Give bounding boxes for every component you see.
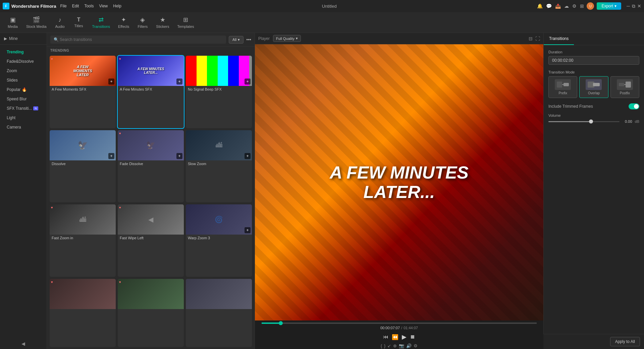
- step-back-icon[interactable]: ⏪: [392, 334, 398, 340]
- snapshot-icon[interactable]: 📷: [399, 343, 404, 348]
- transition-name: A Few Moments SFX: [50, 86, 116, 93]
- nav-speed-blur[interactable]: Speed Blur: [1, 94, 45, 104]
- volume-slider[interactable]: [548, 121, 620, 122]
- transition-card-misc3[interactable]: [186, 279, 252, 347]
- transition-card-nosignal[interactable]: + No Signal Beep SFX: [186, 56, 252, 128]
- nav-slides[interactable]: Slides: [1, 76, 45, 85]
- transition-card-fast-zoom[interactable]: ♥ 🏙 Fast Zoom in: [50, 204, 116, 277]
- favorite-icon: ♥: [119, 206, 121, 209]
- share-icon[interactable]: 📤: [555, 3, 561, 9]
- transition-name: [186, 309, 252, 312]
- tool-stickers[interactable]: ★ Stickers: [153, 15, 172, 30]
- minimize-button[interactable]: ─: [627, 3, 630, 9]
- transition-card-afew2[interactable]: ♥ A FEW MINUTESLATER... + A Few Minutes …: [118, 56, 184, 128]
- notification-icon[interactable]: 🔔: [537, 3, 543, 9]
- avatar[interactable]: U: [587, 2, 594, 10]
- apply-all-button[interactable]: Apply to All: [610, 337, 640, 346]
- settings-extra-icon[interactable]: ⚙: [414, 343, 418, 348]
- quality-button[interactable]: Full Quality ▾: [273, 35, 301, 42]
- menu-edit[interactable]: Edit: [72, 4, 79, 8]
- nav-popular[interactable]: Popular 🔥: [1, 85, 45, 94]
- player-progress-fill: [262, 322, 281, 324]
- grid-icon[interactable]: ⊞: [580, 3, 584, 9]
- nav-fade-dissolve[interactable]: Fade&Dissolve: [1, 57, 45, 66]
- stop-button[interactable]: ⏹: [410, 334, 415, 340]
- more-options-button[interactable]: •••: [246, 37, 251, 42]
- transitions-grid: ♥ A FEWMOMENTSLATER + A Few Moments SFX …: [47, 54, 255, 349]
- collapse-icon[interactable]: ◀: [21, 341, 25, 346]
- fullscreen-icon[interactable]: ⛶: [535, 36, 540, 41]
- tool-transitions[interactable]: ⇄ Transitions: [89, 15, 113, 30]
- add-icon: +: [108, 153, 114, 159]
- export-button[interactable]: Export ▾: [597, 2, 621, 10]
- stickers-icon: ★: [160, 16, 165, 23]
- add-icon: +: [245, 79, 251, 85]
- feedback-icon[interactable]: 💬: [546, 3, 552, 9]
- in-point-icon[interactable]: {: [381, 343, 382, 348]
- menu-tools[interactable]: Tools: [84, 4, 94, 8]
- close-button[interactable]: ✕: [637, 3, 641, 9]
- tool-stock-media[interactable]: 🎬 Stock Media: [23, 15, 50, 30]
- nav-sfx-transition[interactable]: SFX Transiti... N: [1, 104, 45, 113]
- window-title: Untitled: [125, 4, 533, 9]
- maximize-button[interactable]: ⧉: [632, 3, 635, 9]
- tool-titles[interactable]: T Titles: [70, 15, 88, 29]
- transition-card-warp-zoom[interactable]: 🌀 + Warp Zoom 3: [186, 204, 252, 277]
- tab-transitions[interactable]: Transitions: [544, 33, 574, 45]
- transition-card-dissolve[interactable]: 🦅 + Dissolve: [50, 130, 116, 203]
- nav-light[interactable]: Light: [1, 113, 45, 122]
- menu-view[interactable]: View: [99, 4, 108, 8]
- player-progress-area: [255, 320, 543, 325]
- play-button[interactable]: ▶: [402, 333, 407, 341]
- player-current-time: 00:00:07:07: [380, 326, 400, 330]
- tool-media-label: Media: [8, 24, 18, 29]
- split-view-icon[interactable]: ⊟: [529, 36, 533, 41]
- transition-thumb: ♥ 🦅 +: [118, 130, 184, 160]
- insert-icon[interactable]: ↙: [387, 343, 391, 348]
- mode-overlap[interactable]: Overlap: [579, 76, 608, 98]
- svg-rect-4: [593, 83, 600, 86]
- settings-icon[interactable]: ⚙: [572, 3, 577, 9]
- nav-trending[interactable]: Trending: [1, 47, 45, 57]
- volume-handle[interactable]: [589, 119, 593, 123]
- mine-item[interactable]: ▶ Mine: [0, 33, 47, 44]
- menu-file[interactable]: File: [60, 4, 66, 8]
- tool-effects[interactable]: ✦ Effects: [115, 15, 132, 30]
- player-progress-handle[interactable]: [279, 321, 283, 325]
- menu-bar: File Edit Tools View Help: [60, 4, 121, 8]
- volume-section: Volume 0.00 dB: [548, 113, 639, 123]
- mode-prefix[interactable]: Prefix: [548, 76, 577, 98]
- transition-card-misc2[interactable]: ♥: [118, 279, 184, 347]
- tool-titles-label: Titles: [74, 24, 83, 28]
- out-point-icon[interactable]: }: [384, 343, 385, 348]
- favorite-icon: ♥: [119, 57, 121, 61]
- player-total-time: 01:44:07: [404, 326, 418, 330]
- transition-card-fade-dissolve[interactable]: ♥ 🦅 + Fade Dissolve: [118, 130, 184, 203]
- filter-button[interactable]: All ▾: [229, 36, 244, 44]
- tool-filters[interactable]: ◈ Filters: [134, 15, 151, 30]
- menu-help[interactable]: Help: [113, 4, 121, 8]
- cloud-icon[interactable]: ☁: [564, 3, 569, 9]
- overlay-icon[interactable]: ⊕: [393, 343, 397, 348]
- player-header-right: ⊟ ⛶: [529, 36, 540, 41]
- player-progress-bar[interactable]: [262, 322, 537, 324]
- transition-card-fast-wipe[interactable]: ♥ ◀ Fast Wipe Left: [118, 204, 184, 277]
- tool-templates[interactable]: ⊞ Templates: [174, 15, 197, 30]
- transition-card-misc1[interactable]: ♥: [50, 279, 116, 347]
- tool-audio[interactable]: ♪ Audio: [51, 15, 69, 30]
- transition-card-slow-zoom[interactable]: 🏙 + Slow Zoom: [186, 130, 252, 203]
- tool-media[interactable]: ▣ Media: [4, 15, 21, 30]
- tool-transitions-label: Transitions: [92, 24, 110, 29]
- transition-card-afew1[interactable]: ♥ A FEWMOMENTSLATER + A Few Moments SFX: [50, 56, 116, 128]
- nav-zoom[interactable]: Zoom: [1, 66, 45, 76]
- include-trimmed-row: Include Trimmed Frames: [548, 103, 639, 109]
- nav-camera[interactable]: Camera: [1, 122, 45, 132]
- volume-fill: [548, 121, 591, 122]
- transition-thumb: ♥ ◀: [118, 204, 184, 235]
- duration-value[interactable]: 00:00:02:00: [548, 56, 639, 65]
- include-trimmed-toggle[interactable]: [629, 103, 639, 109]
- audio-icon[interactable]: 🔊: [406, 343, 412, 348]
- search-input[interactable]: [50, 36, 226, 44]
- mode-postfix[interactable]: Postfix: [610, 76, 639, 98]
- skip-back-icon[interactable]: ⏮: [383, 334, 388, 340]
